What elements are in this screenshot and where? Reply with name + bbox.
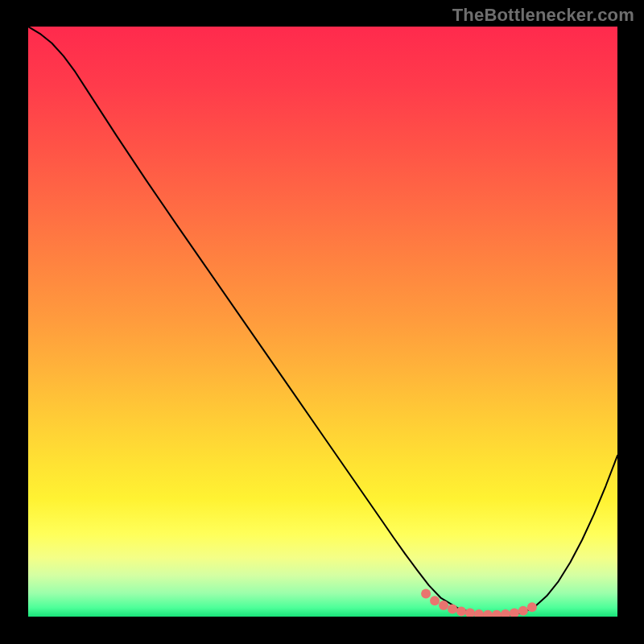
highlight-dot	[448, 604, 457, 613]
chart-container: TheBottlenecker.com	[0, 0, 644, 644]
highlight-dot	[456, 606, 466, 616]
highlight-dot	[510, 609, 519, 618]
highlight-dot	[527, 602, 537, 612]
highlight-dot	[518, 606, 528, 616]
highlight-dot	[483, 610, 493, 620]
highlight-dot	[465, 609, 475, 618]
chart-svg	[0, 0, 644, 644]
highlight-dot	[421, 588, 431, 598]
highlight-dot	[430, 596, 440, 605]
highlight-dot	[501, 609, 510, 619]
highlight-dot	[474, 609, 484, 619]
watermark-text: TheBottlenecker.com	[452, 5, 634, 26]
highlight-dot	[492, 610, 502, 620]
gradient-background	[28, 27, 617, 617]
highlight-dot	[439, 601, 448, 610]
